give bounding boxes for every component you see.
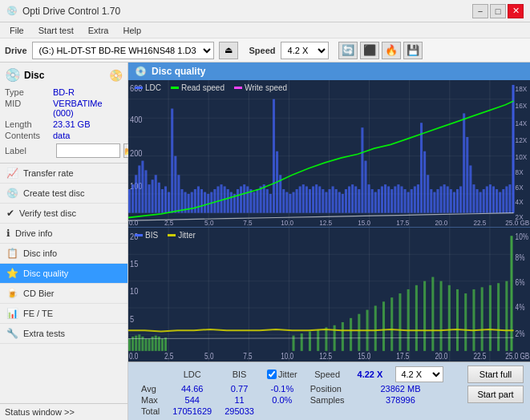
position-value: 23862 MB [351, 383, 451, 394]
svg-rect-106 [407, 192, 410, 213]
svg-rect-100 [387, 186, 390, 212]
svg-rect-54 [237, 189, 239, 213]
svg-rect-125 [469, 165, 471, 212]
charts-area: LDC Read speed Write speed [128, 80, 530, 420]
svg-rect-63 [266, 189, 269, 213]
col-header-empty [135, 365, 166, 383]
titlebar-controls: − □ ✕ [472, 4, 524, 18]
sidebar-item-fe-te[interactable]: 📊 FE / TE [0, 304, 127, 324]
drive-selector[interactable]: (G:) HL-DT-ST BD-RE WH16NS48 1.D3 [32, 42, 214, 59]
svg-rect-39 [188, 194, 190, 213]
svg-rect-200 [390, 298, 393, 352]
col-header-ldc: LDC [166, 365, 218, 383]
status-window-button[interactable]: Status window >> [0, 403, 127, 420]
fe-te-icon: 📊 [6, 308, 18, 319]
svg-rect-35 [174, 156, 176, 213]
chart2-legend: BIS Jitter [135, 231, 196, 240]
svg-rect-108 [414, 186, 416, 212]
menu-help[interactable]: Help [116, 25, 148, 36]
burn-button[interactable]: 🔥 [382, 42, 401, 59]
svg-rect-52 [230, 192, 233, 213]
sidebar-nav: 📈 Transfer rate 💿 Create test disc ✔ Ver… [0, 164, 127, 403]
disc-label-input[interactable] [56, 143, 120, 158]
svg-rect-203 [415, 285, 418, 351]
svg-rect-132 [492, 186, 495, 212]
create-test-disc-label: Create test disc [23, 188, 84, 198]
svg-rect-205 [431, 277, 434, 351]
disc-contents-label: Contents [5, 131, 53, 140]
speed-selector[interactable]: 4.2 X [281, 42, 329, 59]
svg-rect-26 [144, 170, 147, 212]
col-header-speed: Speed [304, 365, 351, 383]
maximize-button[interactable]: □ [490, 4, 506, 18]
svg-text:4X: 4X [516, 197, 524, 206]
svg-rect-194 [342, 322, 344, 351]
data-panel: LDC BIS Jitter Speed [128, 361, 530, 420]
close-button[interactable]: ✕ [508, 4, 524, 18]
sidebar-item-disc-info[interactable]: 📋 Disc info [0, 244, 127, 264]
speed-display-value: 4.22 X [358, 370, 383, 379]
chart-speed-selector[interactable]: 4.2 X [395, 366, 443, 382]
svg-rect-32 [164, 186, 167, 212]
svg-rect-49 [220, 184, 223, 212]
disc-icon: 💿 [5, 67, 21, 83]
menu-extra[interactable]: Extra [82, 25, 115, 36]
disc-type-row: Type BD-R [5, 87, 123, 97]
sidebar-item-create-test-disc[interactable]: 💿 Create test disc [0, 184, 127, 204]
svg-text:17.5: 17.5 [396, 353, 409, 361]
sidebar-item-extra-tests[interactable]: 🔧 Extra tests [0, 324, 127, 344]
svg-text:12.5: 12.5 [319, 353, 332, 361]
sidebar-item-transfer-rate[interactable]: 📈 Transfer rate [0, 164, 127, 184]
sidebar-item-drive-info[interactable]: ℹ Drive info [0, 224, 127, 244]
eject-button[interactable]: ⏏ [219, 42, 238, 59]
toolbar: Drive (G:) HL-DT-ST BD-RE WH16NS48 1.D3 … [0, 38, 530, 63]
extra-tests-icon: 🔧 [6, 328, 18, 339]
svg-rect-130 [486, 186, 488, 212]
svg-rect-119 [450, 189, 452, 213]
menu-file[interactable]: File [3, 25, 30, 36]
svg-rect-23 [135, 175, 137, 212]
disc-length-label: Length [5, 119, 53, 129]
svg-rect-47 [213, 189, 216, 213]
svg-rect-42 [197, 186, 200, 212]
disc-mid-label: MID [5, 99, 53, 118]
start-part-button[interactable]: Start part [467, 386, 524, 403]
svg-text:15: 15 [130, 259, 138, 269]
disc-quality-label: Disc quality [23, 269, 68, 278]
svg-rect-176 [128, 339, 131, 351]
avg-ldc-value: 44.66 [166, 383, 218, 394]
disc-info-label: Disc info [23, 248, 57, 258]
col-header-jitter-check: Jitter [261, 365, 304, 383]
bis-legend-label: BIS [145, 231, 158, 240]
drive-info-label: Drive info [15, 228, 52, 238]
svg-text:12.5: 12.5 [319, 218, 332, 227]
save-button[interactable]: 💾 [403, 42, 423, 59]
svg-text:10: 10 [130, 287, 138, 297]
svg-rect-211 [481, 288, 483, 351]
svg-rect-29 [155, 175, 157, 212]
titlebar-left: 💿 Opti Drive Control 1.70 [6, 6, 120, 17]
svg-rect-184 [155, 336, 157, 351]
sidebar-item-cd-bier[interactable]: 🍺 CD Bier [0, 284, 127, 304]
svg-rect-206 [440, 281, 443, 351]
svg-rect-89 [351, 184, 354, 212]
erase-button[interactable]: ⬛ [360, 42, 379, 59]
svg-rect-80 [322, 189, 324, 213]
svg-rect-204 [423, 281, 426, 351]
minimize-button[interactable]: − [472, 4, 488, 18]
sidebar-item-disc-quality[interactable]: ⭐ Disc quality [0, 264, 127, 284]
menu-start-test[interactable]: Start test [32, 25, 80, 36]
read-speed-legend-label: Read speed [181, 83, 225, 92]
sidebar: 💿 Disc 📀 Type BD-R MID VERBATIMe (000) L… [0, 63, 128, 420]
col-header-speed-value: 4.22 X [351, 365, 390, 383]
start-full-button[interactable]: Start full [467, 365, 524, 383]
jitter-checkbox[interactable] [267, 370, 277, 379]
svg-text:10%: 10% [516, 233, 528, 242]
position-label: Position [304, 383, 351, 394]
read-speed-legend-dot [171, 87, 179, 89]
refresh-button[interactable]: 🔄 [338, 42, 358, 59]
write-speed-legend-label: Write speed [245, 83, 287, 92]
sidebar-item-verify-test-disc[interactable]: ✔ Verify test disc [0, 204, 127, 224]
chart1-svg: 600 400 200 100 [128, 80, 530, 227]
disc-label-label: Label [5, 146, 53, 155]
